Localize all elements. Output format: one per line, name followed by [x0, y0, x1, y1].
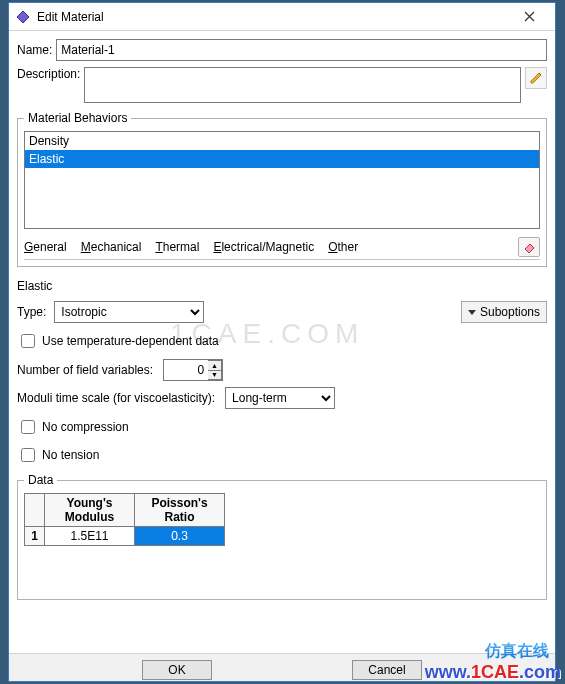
no-tension-label: No tension — [42, 448, 99, 462]
type-label: Type: — [17, 305, 46, 319]
field-vars-up[interactable]: ▲ — [208, 360, 222, 370]
elastic-section-title: Elastic — [17, 279, 547, 293]
col-youngs-modulus[interactable]: Young's Modulus — [45, 494, 135, 527]
cell-poissons-ratio[interactable]: 0.3 — [135, 527, 225, 546]
window-title: Edit Material — [37, 10, 509, 24]
data-legend: Data — [24, 473, 57, 487]
behavior-menubar: General Mechanical Thermal Electrical/Ma… — [24, 237, 540, 260]
material-behaviors-group: Material Behaviors Density Elastic Gener… — [17, 111, 547, 267]
temp-dependent-label: Use temperature-dependent data — [42, 334, 219, 348]
description-input[interactable] — [84, 67, 521, 103]
temp-dependent-checkbox[interactable] — [21, 334, 35, 348]
close-icon — [524, 11, 535, 22]
ok-button[interactable]: OK — [142, 660, 212, 680]
data-table[interactable]: Young's Modulus Poisson's Ratio 1 1.5E11… — [24, 493, 225, 546]
col-poissons-ratio[interactable]: Poisson's Ratio — [135, 494, 225, 527]
material-behaviors-legend: Material Behaviors — [24, 111, 131, 125]
type-select[interactable]: Isotropic — [54, 301, 204, 323]
close-button[interactable] — [509, 6, 549, 28]
edit-material-dialog: Edit Material Name: Description: Materia… — [8, 2, 556, 682]
button-bar: OK Cancel — [9, 653, 555, 681]
menu-electrical[interactable]: Electrical/Magnetic — [213, 240, 314, 254]
no-compression-label: No compression — [42, 420, 129, 434]
behavior-item-elastic[interactable]: Elastic — [25, 150, 539, 168]
no-tension-checkbox[interactable] — [21, 448, 35, 462]
titlebar: Edit Material — [9, 3, 555, 31]
chevron-down-icon — [468, 310, 476, 315]
eraser-icon — [522, 241, 536, 253]
menu-other[interactable]: Other — [328, 240, 358, 254]
field-vars-input[interactable] — [164, 360, 208, 380]
menu-thermal[interactable]: Thermal — [155, 240, 199, 254]
menu-mechanical[interactable]: Mechanical — [81, 240, 142, 254]
menu-general[interactable]: General — [24, 240, 67, 254]
field-vars-down[interactable]: ▼ — [208, 370, 222, 380]
table-row[interactable]: 1 1.5E11 0.3 — [25, 527, 225, 546]
behavior-item-density[interactable]: Density — [25, 132, 539, 150]
description-label: Description: — [17, 67, 80, 81]
suboptions-label: Suboptions — [480, 305, 540, 319]
delete-behavior-button[interactable] — [518, 237, 540, 257]
name-input[interactable] — [56, 39, 547, 61]
moduli-label: Moduli time scale (for viscoelasticity): — [17, 391, 215, 405]
suboptions-button[interactable]: Suboptions — [461, 301, 547, 323]
field-vars-label: Number of field variables: — [17, 363, 153, 377]
data-table-corner — [25, 494, 45, 527]
moduli-select[interactable]: Long-term — [225, 387, 335, 409]
cancel-button[interactable]: Cancel — [352, 660, 422, 680]
row-index: 1 — [25, 527, 45, 546]
cell-youngs-modulus[interactable]: 1.5E11 — [45, 527, 135, 546]
no-compression-checkbox[interactable] — [21, 420, 35, 434]
data-group: Data Young's Modulus Poisson's Ratio 1 1… — [17, 473, 547, 600]
edit-description-button[interactable] — [525, 67, 547, 89]
pencil-icon — [529, 71, 543, 85]
app-icon — [15, 9, 31, 25]
behaviors-list[interactable]: Density Elastic — [24, 131, 540, 229]
name-label: Name: — [17, 43, 52, 57]
field-vars-spinner[interactable]: ▲ ▼ — [163, 359, 223, 381]
